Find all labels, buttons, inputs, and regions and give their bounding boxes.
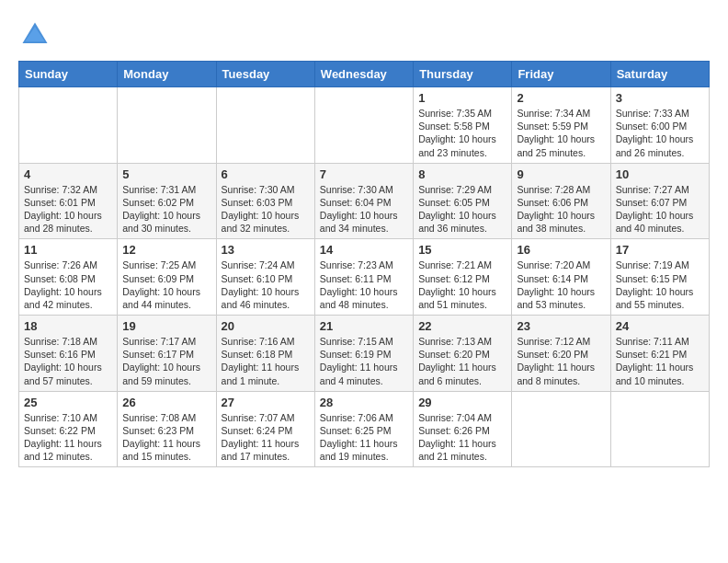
day-number: 16 xyxy=(517,243,605,257)
week-row-5: 25Sunrise: 7:10 AMSunset: 6:22 PMDayligh… xyxy=(19,391,710,467)
day-cell: 29Sunrise: 7:04 AMSunset: 6:26 PMDayligh… xyxy=(414,391,512,467)
day-cell: 2Sunrise: 7:34 AMSunset: 5:59 PMDaylight… xyxy=(512,87,610,164)
day-cell: 20Sunrise: 7:16 AMSunset: 6:18 PMDayligh… xyxy=(216,316,314,392)
day-number: 9 xyxy=(517,167,605,181)
header-saturday: Saturday xyxy=(610,62,709,87)
day-number: 25 xyxy=(24,396,112,409)
day-cell: 9Sunrise: 7:28 AMSunset: 6:06 PMDaylight… xyxy=(512,163,610,239)
day-number: 23 xyxy=(517,319,605,333)
day-number: 21 xyxy=(320,319,408,333)
day-info: Sunrise: 7:07 AMSunset: 6:24 PMDaylight:… xyxy=(222,411,310,464)
day-cell: 19Sunrise: 7:17 AMSunset: 6:17 PMDayligh… xyxy=(118,316,216,392)
day-number: 10 xyxy=(616,167,704,181)
day-cell: 13Sunrise: 7:24 AMSunset: 6:10 PMDayligh… xyxy=(216,239,314,316)
day-number: 27 xyxy=(222,396,310,409)
day-info: Sunrise: 7:35 AMSunset: 5:58 PMDaylight:… xyxy=(418,107,506,159)
day-cell xyxy=(216,87,314,164)
logo-icon xyxy=(18,18,51,52)
day-number: 11 xyxy=(24,243,112,257)
header-tuesday: Tuesday xyxy=(216,62,314,87)
day-info: Sunrise: 7:16 AMSunset: 6:18 PMDaylight:… xyxy=(222,335,310,387)
day-number: 15 xyxy=(418,243,506,257)
day-info: Sunrise: 7:27 AMSunset: 6:07 PMDaylight:… xyxy=(616,183,704,236)
day-number: 29 xyxy=(418,396,506,409)
week-row-4: 18Sunrise: 7:18 AMSunset: 6:16 PMDayligh… xyxy=(19,316,710,392)
day-number: 7 xyxy=(320,167,408,181)
header-monday: Monday xyxy=(118,62,216,87)
day-number: 14 xyxy=(320,243,408,257)
day-cell: 28Sunrise: 7:06 AMSunset: 6:25 PMDayligh… xyxy=(314,391,413,467)
day-cell: 12Sunrise: 7:25 AMSunset: 6:09 PMDayligh… xyxy=(118,239,216,316)
day-info: Sunrise: 7:20 AMSunset: 6:14 PMDaylight:… xyxy=(517,259,605,311)
day-cell: 17Sunrise: 7:19 AMSunset: 6:15 PMDayligh… xyxy=(610,239,709,316)
day-info: Sunrise: 7:24 AMSunset: 6:10 PMDaylight:… xyxy=(222,259,310,311)
day-number: 13 xyxy=(222,243,310,257)
day-info: Sunrise: 7:19 AMSunset: 6:15 PMDaylight:… xyxy=(616,259,704,311)
day-cell: 21Sunrise: 7:15 AMSunset: 6:19 PMDayligh… xyxy=(314,316,413,392)
day-info: Sunrise: 7:29 AMSunset: 6:05 PMDaylight:… xyxy=(418,183,506,236)
day-number: 3 xyxy=(616,91,704,105)
day-info: Sunrise: 7:28 AMSunset: 6:06 PMDaylight:… xyxy=(517,183,605,236)
header-sunday: Sunday xyxy=(19,62,118,87)
day-cell: 25Sunrise: 7:10 AMSunset: 6:22 PMDayligh… xyxy=(19,391,118,467)
day-cell: 7Sunrise: 7:30 AMSunset: 6:04 PMDaylight… xyxy=(314,163,413,239)
day-cell: 26Sunrise: 7:08 AMSunset: 6:23 PMDayligh… xyxy=(118,391,216,467)
day-info: Sunrise: 7:13 AMSunset: 6:20 PMDaylight:… xyxy=(418,335,506,387)
day-cell: 6Sunrise: 7:30 AMSunset: 6:03 PMDaylight… xyxy=(216,163,314,239)
day-info: Sunrise: 7:34 AMSunset: 5:59 PMDaylight:… xyxy=(517,107,605,159)
day-info: Sunrise: 7:31 AMSunset: 6:02 PMDaylight:… xyxy=(122,183,210,236)
header-thursday: Thursday xyxy=(414,62,512,87)
day-cell: 8Sunrise: 7:29 AMSunset: 6:05 PMDaylight… xyxy=(414,163,512,239)
logo xyxy=(18,18,55,52)
day-cell: 5Sunrise: 7:31 AMSunset: 6:02 PMDaylight… xyxy=(118,163,216,239)
day-cell: 3Sunrise: 7:33 AMSunset: 6:00 PMDaylight… xyxy=(610,87,709,164)
day-cell: 11Sunrise: 7:26 AMSunset: 6:08 PMDayligh… xyxy=(19,239,118,316)
day-info: Sunrise: 7:12 AMSunset: 6:20 PMDaylight:… xyxy=(517,335,605,387)
page-header xyxy=(18,18,710,52)
day-info: Sunrise: 7:32 AMSunset: 6:01 PMDaylight:… xyxy=(24,183,112,236)
day-cell: 22Sunrise: 7:13 AMSunset: 6:20 PMDayligh… xyxy=(414,316,512,392)
week-row-3: 11Sunrise: 7:26 AMSunset: 6:08 PMDayligh… xyxy=(19,239,710,316)
day-info: Sunrise: 7:11 AMSunset: 6:21 PMDaylight:… xyxy=(616,335,704,387)
day-info: Sunrise: 7:30 AMSunset: 6:03 PMDaylight:… xyxy=(222,183,310,236)
day-cell: 1Sunrise: 7:35 AMSunset: 5:58 PMDaylight… xyxy=(414,87,512,164)
day-cell: 14Sunrise: 7:23 AMSunset: 6:11 PMDayligh… xyxy=(314,239,413,316)
day-number: 1 xyxy=(418,91,506,105)
day-cell: 4Sunrise: 7:32 AMSunset: 6:01 PMDaylight… xyxy=(19,163,118,239)
day-number: 24 xyxy=(616,319,704,333)
calendar-header-row: SundayMondayTuesdayWednesdayThursdayFrid… xyxy=(19,62,710,87)
day-info: Sunrise: 7:04 AMSunset: 6:26 PMDaylight:… xyxy=(418,411,506,464)
header-wednesday: Wednesday xyxy=(314,62,413,87)
day-number: 4 xyxy=(24,167,112,181)
day-info: Sunrise: 7:33 AMSunset: 6:00 PMDaylight:… xyxy=(616,107,704,159)
day-info: Sunrise: 7:25 AMSunset: 6:09 PMDaylight:… xyxy=(122,259,210,311)
day-number: 5 xyxy=(122,167,210,181)
day-number: 18 xyxy=(24,319,112,333)
day-cell: 18Sunrise: 7:18 AMSunset: 6:16 PMDayligh… xyxy=(19,316,118,392)
day-cell xyxy=(610,391,709,467)
day-number: 20 xyxy=(222,319,310,333)
day-cell: 23Sunrise: 7:12 AMSunset: 6:20 PMDayligh… xyxy=(512,316,610,392)
day-cell xyxy=(19,87,118,164)
day-cell xyxy=(118,87,216,164)
day-info: Sunrise: 7:08 AMSunset: 6:23 PMDaylight:… xyxy=(122,411,210,464)
day-cell: 10Sunrise: 7:27 AMSunset: 6:07 PMDayligh… xyxy=(610,163,709,239)
day-number: 2 xyxy=(517,91,605,105)
day-number: 17 xyxy=(616,243,704,257)
day-cell: 15Sunrise: 7:21 AMSunset: 6:12 PMDayligh… xyxy=(414,239,512,316)
day-cell xyxy=(512,391,610,467)
day-info: Sunrise: 7:17 AMSunset: 6:17 PMDaylight:… xyxy=(122,335,210,387)
day-cell: 27Sunrise: 7:07 AMSunset: 6:24 PMDayligh… xyxy=(216,391,314,467)
day-number: 12 xyxy=(122,243,210,257)
day-info: Sunrise: 7:30 AMSunset: 6:04 PMDaylight:… xyxy=(320,183,408,236)
day-cell: 24Sunrise: 7:11 AMSunset: 6:21 PMDayligh… xyxy=(610,316,709,392)
day-info: Sunrise: 7:23 AMSunset: 6:11 PMDaylight:… xyxy=(320,259,408,311)
day-number: 6 xyxy=(222,167,310,181)
day-info: Sunrise: 7:21 AMSunset: 6:12 PMDaylight:… xyxy=(418,259,506,311)
day-number: 8 xyxy=(418,167,506,181)
header-friday: Friday xyxy=(512,62,610,87)
day-cell: 16Sunrise: 7:20 AMSunset: 6:14 PMDayligh… xyxy=(512,239,610,316)
day-number: 19 xyxy=(122,319,210,333)
day-number: 26 xyxy=(122,396,210,409)
day-cell xyxy=(314,87,413,164)
